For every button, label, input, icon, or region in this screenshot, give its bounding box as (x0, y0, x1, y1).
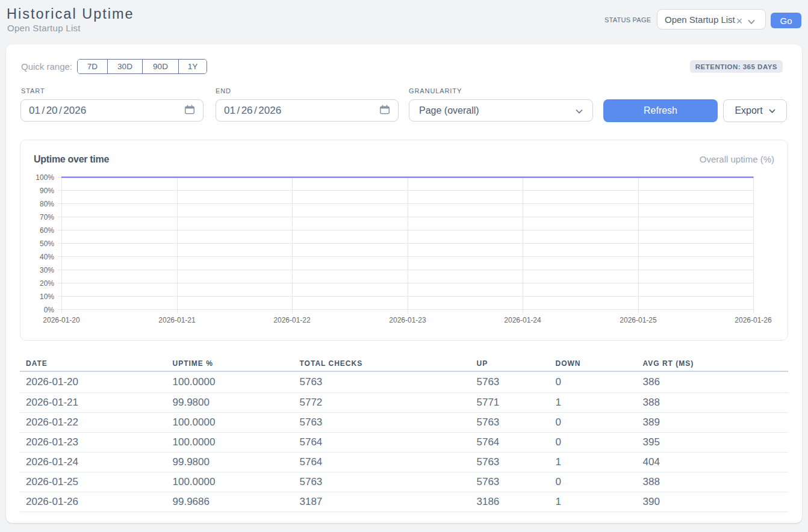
svg-text:100%: 100% (36, 173, 54, 182)
svg-text:10%: 10% (40, 292, 54, 301)
svg-text:2026-01-25: 2026-01-25 (620, 316, 657, 324)
svg-text:70%: 70% (40, 213, 54, 221)
svg-text:2026-01-24: 2026-01-24 (504, 316, 541, 324)
svg-text:2026-01-21: 2026-01-21 (158, 316, 196, 324)
svg-text:30%: 30% (40, 266, 54, 274)
svg-text:40%: 40% (40, 253, 54, 261)
svg-text:90%: 90% (40, 187, 54, 195)
svg-text:2026-01-20: 2026-01-20 (43, 316, 80, 324)
svg-text:50%: 50% (40, 240, 54, 248)
svg-text:60%: 60% (40, 226, 54, 235)
svg-text:20%: 20% (40, 279, 54, 288)
svg-text:80%: 80% (40, 200, 54, 208)
svg-text:2026-01-23: 2026-01-23 (389, 316, 426, 324)
svg-text:2026-01-26: 2026-01-26 (735, 316, 772, 324)
svg-text:2026-01-22: 2026-01-22 (273, 316, 311, 324)
svg-text:0%: 0% (44, 306, 55, 314)
